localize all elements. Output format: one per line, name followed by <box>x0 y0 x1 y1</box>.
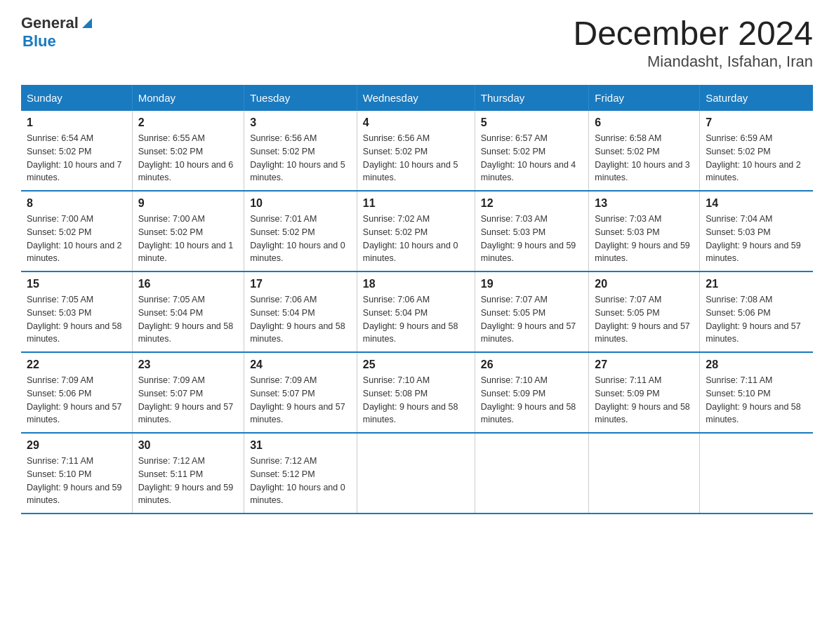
day-number: 8 <box>27 197 126 210</box>
day-info: Sunrise: 7:09 AMSunset: 5:06 PMDaylight:… <box>27 374 126 427</box>
day-cell <box>475 433 589 514</box>
day-info: Sunrise: 7:07 AMSunset: 5:05 PMDaylight:… <box>595 293 694 346</box>
day-cell: 14 Sunrise: 7:04 AMSunset: 5:03 PMDaylig… <box>700 191 813 271</box>
day-info: Sunrise: 7:11 AMSunset: 5:10 PMDaylight:… <box>27 455 126 507</box>
day-number: 29 <box>27 439 126 452</box>
day-info: Sunrise: 7:03 AMSunset: 5:03 PMDaylight:… <box>481 213 583 265</box>
calendar-table: SundayMondayTuesdayWednesdayThursdayFrid… <box>21 85 813 514</box>
day-number: 24 <box>250 358 351 371</box>
logo: General Blue <box>21 14 95 51</box>
day-info: Sunrise: 7:08 AMSunset: 5:06 PMDaylight:… <box>706 293 807 346</box>
day-info: Sunrise: 7:00 AMSunset: 5:02 PMDaylight:… <box>138 213 239 265</box>
day-cell <box>700 433 813 514</box>
day-number: 4 <box>363 116 469 129</box>
logo-general-text: General <box>21 14 79 32</box>
day-info: Sunrise: 7:05 AMSunset: 5:04 PMDaylight:… <box>138 293 239 346</box>
day-cell: 22 Sunrise: 7:09 AMSunset: 5:06 PMDaylig… <box>21 352 132 433</box>
day-cell: 5 Sunrise: 6:57 AMSunset: 5:02 PMDayligh… <box>475 111 589 191</box>
day-info: Sunrise: 7:01 AMSunset: 5:02 PMDaylight:… <box>250 213 351 265</box>
day-info: Sunrise: 7:09 AMSunset: 5:07 PMDaylight:… <box>250 374 351 427</box>
day-cell: 2 Sunrise: 6:55 AMSunset: 5:02 PMDayligh… <box>132 111 244 191</box>
day-cell: 18 Sunrise: 7:06 AMSunset: 5:04 PMDaylig… <box>357 271 475 352</box>
day-info: Sunrise: 6:56 AMSunset: 5:02 PMDaylight:… <box>363 132 469 185</box>
day-number: 27 <box>595 358 694 371</box>
day-info: Sunrise: 7:00 AMSunset: 5:02 PMDaylight:… <box>27 213 126 265</box>
day-cell: 19 Sunrise: 7:07 AMSunset: 5:05 PMDaylig… <box>475 271 589 352</box>
day-cell: 7 Sunrise: 6:59 AMSunset: 5:02 PMDayligh… <box>700 111 813 191</box>
day-info: Sunrise: 7:11 AMSunset: 5:09 PMDaylight:… <box>595 374 694 427</box>
week-row-5: 29 Sunrise: 7:11 AMSunset: 5:10 PMDaylig… <box>21 433 813 514</box>
header-cell-tuesday: Tuesday <box>244 85 357 111</box>
page-subtitle: Miandasht, Isfahan, Iran <box>573 53 813 71</box>
day-info: Sunrise: 6:59 AMSunset: 5:02 PMDaylight:… <box>706 132 807 185</box>
day-number: 10 <box>250 197 351 210</box>
header-cell-sunday: Sunday <box>21 85 132 111</box>
day-info: Sunrise: 7:12 AMSunset: 5:12 PMDaylight:… <box>250 455 351 507</box>
day-info: Sunrise: 6:54 AMSunset: 5:02 PMDaylight:… <box>27 132 126 185</box>
day-cell: 12 Sunrise: 7:03 AMSunset: 5:03 PMDaylig… <box>475 191 589 271</box>
day-info: Sunrise: 7:10 AMSunset: 5:09 PMDaylight:… <box>481 374 583 427</box>
day-cell: 30 Sunrise: 7:12 AMSunset: 5:11 PMDaylig… <box>132 433 244 514</box>
day-cell: 17 Sunrise: 7:06 AMSunset: 5:04 PMDaylig… <box>244 271 357 352</box>
day-number: 6 <box>595 116 694 129</box>
day-number: 16 <box>138 278 239 290</box>
day-cell: 28 Sunrise: 7:11 AMSunset: 5:10 PMDaylig… <box>700 352 813 433</box>
day-number: 9 <box>138 197 239 210</box>
day-info: Sunrise: 6:58 AMSunset: 5:02 PMDaylight:… <box>595 132 694 185</box>
day-cell: 23 Sunrise: 7:09 AMSunset: 5:07 PMDaylig… <box>132 352 244 433</box>
day-number: 17 <box>250 278 351 290</box>
day-number: 19 <box>481 278 583 290</box>
day-info: Sunrise: 7:11 AMSunset: 5:10 PMDaylight:… <box>706 374 807 427</box>
day-cell: 3 Sunrise: 6:56 AMSunset: 5:02 PMDayligh… <box>244 111 357 191</box>
header-cell-thursday: Thursday <box>475 85 589 111</box>
day-number: 21 <box>706 278 807 290</box>
week-row-3: 15 Sunrise: 7:05 AMSunset: 5:03 PMDaylig… <box>21 271 813 352</box>
day-info: Sunrise: 6:57 AMSunset: 5:02 PMDaylight:… <box>481 132 583 185</box>
day-info: Sunrise: 7:09 AMSunset: 5:07 PMDaylight:… <box>138 374 239 427</box>
day-cell: 26 Sunrise: 7:10 AMSunset: 5:09 PMDaylig… <box>475 352 589 433</box>
day-info: Sunrise: 7:05 AMSunset: 5:03 PMDaylight:… <box>27 293 126 346</box>
day-cell: 15 Sunrise: 7:05 AMSunset: 5:03 PMDaylig… <box>21 271 132 352</box>
day-cell: 10 Sunrise: 7:01 AMSunset: 5:02 PMDaylig… <box>244 191 357 271</box>
day-number: 14 <box>706 197 807 210</box>
header-cell-monday: Monday <box>132 85 244 111</box>
day-cell: 11 Sunrise: 7:02 AMSunset: 5:02 PMDaylig… <box>357 191 475 271</box>
day-cell: 27 Sunrise: 7:11 AMSunset: 5:09 PMDaylig… <box>589 352 700 433</box>
page-title: December 2024 <box>573 14 813 53</box>
header-cell-wednesday: Wednesday <box>357 85 475 111</box>
day-info: Sunrise: 7:03 AMSunset: 5:03 PMDaylight:… <box>595 213 694 265</box>
day-cell: 25 Sunrise: 7:10 AMSunset: 5:08 PMDaylig… <box>357 352 475 433</box>
day-info: Sunrise: 7:02 AMSunset: 5:02 PMDaylight:… <box>363 213 469 265</box>
day-number: 28 <box>706 358 807 371</box>
day-number: 5 <box>481 116 583 129</box>
day-cell <box>589 433 700 514</box>
title-block: December 2024 Miandasht, Isfahan, Iran <box>573 14 813 71</box>
page-header: General Blue December 2024 Miandasht, Is… <box>21 14 813 71</box>
day-number: 22 <box>27 358 126 371</box>
day-cell: 13 Sunrise: 7:03 AMSunset: 5:03 PMDaylig… <box>589 191 700 271</box>
day-cell: 1 Sunrise: 6:54 AMSunset: 5:02 PMDayligh… <box>21 111 132 191</box>
day-cell: 6 Sunrise: 6:58 AMSunset: 5:02 PMDayligh… <box>589 111 700 191</box>
day-number: 18 <box>363 278 469 290</box>
header-cell-saturday: Saturday <box>700 85 813 111</box>
svg-marker-0 <box>82 18 92 28</box>
day-info: Sunrise: 7:06 AMSunset: 5:04 PMDaylight:… <box>363 293 469 346</box>
day-info: Sunrise: 7:07 AMSunset: 5:05 PMDaylight:… <box>481 293 583 346</box>
day-cell: 20 Sunrise: 7:07 AMSunset: 5:05 PMDaylig… <box>589 271 700 352</box>
day-number: 26 <box>481 358 583 371</box>
day-cell: 4 Sunrise: 6:56 AMSunset: 5:02 PMDayligh… <box>357 111 475 191</box>
day-cell: 29 Sunrise: 7:11 AMSunset: 5:10 PMDaylig… <box>21 433 132 514</box>
day-number: 3 <box>250 116 351 129</box>
day-cell: 21 Sunrise: 7:08 AMSunset: 5:06 PMDaylig… <box>700 271 813 352</box>
week-row-1: 1 Sunrise: 6:54 AMSunset: 5:02 PMDayligh… <box>21 111 813 191</box>
day-info: Sunrise: 7:10 AMSunset: 5:08 PMDaylight:… <box>363 374 469 427</box>
day-number: 7 <box>706 116 807 129</box>
day-cell: 8 Sunrise: 7:00 AMSunset: 5:02 PMDayligh… <box>21 191 132 271</box>
day-number: 1 <box>27 116 126 129</box>
day-info: Sunrise: 6:56 AMSunset: 5:02 PMDaylight:… <box>250 132 351 185</box>
day-cell <box>357 433 475 514</box>
day-number: 23 <box>138 358 239 371</box>
day-cell: 9 Sunrise: 7:00 AMSunset: 5:02 PMDayligh… <box>132 191 244 271</box>
day-number: 12 <box>481 197 583 210</box>
day-number: 11 <box>363 197 469 210</box>
